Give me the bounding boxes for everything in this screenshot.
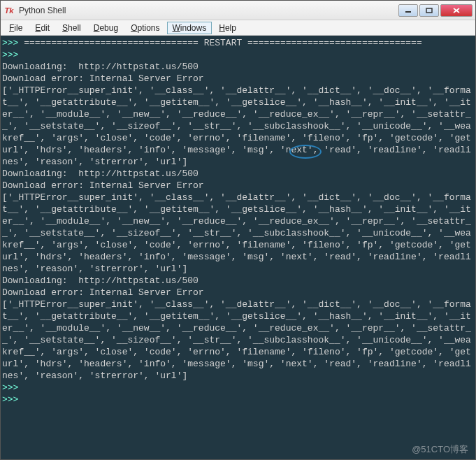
close-icon (453, 8, 460, 13)
close-button[interactable] (440, 4, 473, 17)
minimize-icon (405, 8, 412, 13)
menu-item-options[interactable]: Options (125, 22, 165, 34)
menu-item-edit[interactable]: Edit (29, 22, 55, 34)
maximize-button[interactable] (419, 4, 439, 17)
menubar: FileEditShellDebugOptionsWindowsHelp (1, 20, 475, 36)
menu-item-file[interactable]: File (3, 22, 28, 34)
window-controls (398, 4, 473, 17)
titlebar: Tk Python Shell (1, 1, 475, 20)
tk-icon: Tk (3, 5, 15, 16)
terminal-output: >>> ================================ RES… (2, 37, 474, 405)
menu-item-label: Help (219, 23, 236, 33)
menu-item-label: Debug (94, 23, 118, 33)
watermark: @51CTO博客 (412, 443, 468, 455)
terminal[interactable]: >>> ================================ RES… (1, 36, 475, 459)
menu-item-windows[interactable]: Windows (167, 22, 212, 34)
menu-item-debug[interactable]: Debug (88, 22, 124, 34)
minimize-button[interactable] (398, 4, 418, 17)
menu-item-help[interactable]: Help (213, 22, 242, 34)
menu-item-shell[interactable]: Shell (57, 22, 87, 34)
menu-item-label: File (9, 23, 22, 33)
menu-item-label: Options (131, 23, 159, 33)
svg-rect-1 (426, 8, 432, 13)
menu-item-label: Windows (173, 23, 207, 33)
menu-item-label: Edit (35, 23, 50, 33)
maximize-icon (426, 8, 433, 13)
window-title: Python Shell (19, 6, 398, 15)
menu-item-label: Shell (62, 23, 81, 33)
